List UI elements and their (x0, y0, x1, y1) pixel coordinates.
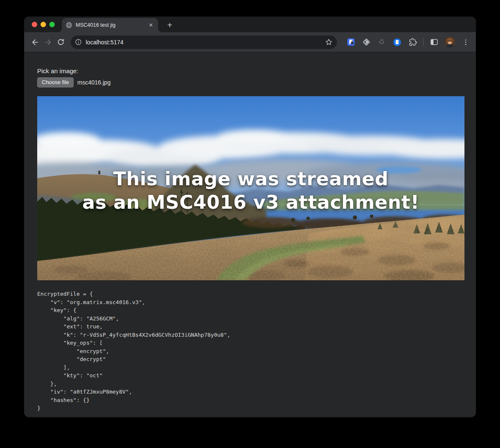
minimize-window-button[interactable] (41, 22, 46, 27)
password-manager-extension-icon[interactable] (346, 37, 356, 47)
extensions-puzzle-icon[interactable] (408, 37, 418, 47)
code-line: "encrypt", (37, 347, 476, 356)
docs-offline-extension-icon[interactable] (392, 37, 402, 47)
browser-window: MSC4016 test jig ✕ + loc (24, 17, 476, 417)
traffic-lights (32, 22, 55, 27)
toolbar-separator (423, 38, 423, 46)
streamed-image: This image was streamed as an MSC4016 v3… (37, 96, 464, 280)
web-page: Pick an image: Choose file msc4016.jpg (24, 52, 476, 417)
diamond-extension-icon[interactable] (361, 37, 371, 47)
code-line: "v": "org.matrix.msc4016.v3", (37, 298, 476, 307)
code-line: "decrypt" (37, 355, 476, 364)
code-line: }, (37, 380, 476, 388)
close-window-button[interactable] (32, 22, 37, 27)
reload-button[interactable] (54, 36, 67, 49)
forward-button[interactable] (41, 36, 54, 49)
reload-icon (56, 38, 65, 46)
browser-toolbar: localhost:5174 (24, 32, 476, 52)
code-line: "k": "r-VdSsP_4yfcqHtBs4X2v6dGCVhzOI3iGN… (37, 331, 476, 339)
tab-close-icon[interactable]: ✕ (147, 21, 155, 29)
side-panel-button[interactable] (429, 37, 439, 47)
browser-tab[interactable]: MSC4016 test jig ✕ (62, 18, 158, 32)
file-input: Choose file msc4016.jpg (37, 77, 476, 87)
forward-arrow-icon (43, 38, 53, 47)
kebab-menu-icon (462, 38, 469, 46)
selected-file-name: msc4016.jpg (77, 79, 110, 86)
code-line: "key_ops": [ (37, 339, 476, 347)
code-line: } (37, 404, 476, 412)
recycle-extension-icon[interactable]: ♻ (377, 37, 387, 47)
new-tab-button[interactable]: + (164, 19, 176, 31)
pick-image-label: Pick an image: (37, 67, 476, 74)
tab-title: MSC4016 test jig (76, 22, 147, 28)
globe-favicon-icon (66, 22, 72, 28)
zoom-window-button[interactable] (49, 22, 55, 27)
browser-menu-button[interactable] (461, 37, 471, 47)
code-line: "hashes": {} (37, 396, 476, 404)
address-bar[interactable]: localhost:5174 (71, 36, 337, 49)
code-line: ], (37, 364, 476, 372)
profile-avatar[interactable] (444, 37, 455, 48)
image-overlay-caption: This image was streamed as an MSC4016 v3… (37, 167, 464, 214)
back-arrow-icon (31, 38, 40, 47)
encrypted-file-code-block: EncryptedFile = { "v": "org.matrix.msc40… (37, 290, 476, 412)
code-line: "ext": true, (37, 323, 476, 331)
code-line: "kty": "oct" (37, 371, 476, 380)
back-button[interactable] (28, 36, 41, 49)
code-line: "key": { (37, 306, 476, 315)
extensions-row: ♻ (346, 37, 472, 48)
url-text[interactable]: localhost:5174 (86, 39, 325, 46)
code-line: "iv": "a0tfZJmxuP8mey8V", (37, 388, 476, 396)
caption-line-1: This image was streamed (37, 167, 464, 191)
choose-file-button[interactable]: Choose file (37, 77, 74, 87)
code-line: EncryptedFile = { (37, 290, 476, 298)
site-info-icon[interactable] (75, 38, 82, 46)
tab-strip: MSC4016 test jig ✕ + (24, 17, 476, 32)
bookmark-star-icon[interactable] (325, 38, 333, 46)
code-line: "alg": "A256GCM", (37, 315, 476, 323)
caption-line-2: as an MSC4016 v3 attachment! (37, 191, 464, 214)
